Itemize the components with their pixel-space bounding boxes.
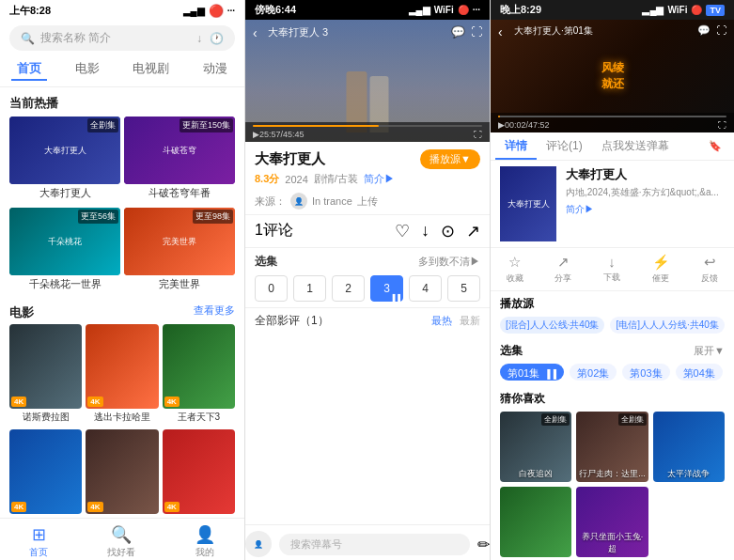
more-movies-link[interactable]: 查看更多	[194, 303, 235, 318]
intro-btn[interactable]: 简介▶	[364, 172, 395, 186]
bottom-nav-discover[interactable]: 🔍 找好看	[107, 524, 135, 559]
hot-badge-2: 更新至150集	[180, 118, 233, 132]
rec-4[interactable]	[500, 487, 571, 557]
ep-btn-5[interactable]: 5	[447, 275, 480, 302]
4k-badge-3: 4K	[164, 397, 180, 407]
movie-card-2[interactable]: 4K	[86, 324, 158, 409]
rec-2[interactable]: 全剧集 行尸走肉：达里...	[576, 412, 648, 482]
tab-reviews[interactable]: 评论(1)	[537, 132, 592, 160]
movie-card-5[interactable]: 4K	[86, 429, 158, 514]
history-icon[interactable]: 🕐	[210, 32, 224, 45]
hot-thumb-2[interactable]: 斗破苍穹 更新至150集	[124, 117, 235, 184]
rec-3[interactable]: 太平洋战争	[653, 412, 725, 482]
ep-btn-1[interactable]: 1	[293, 275, 326, 302]
progress-bar-2[interactable]	[253, 125, 482, 127]
bottom-nav-home[interactable]: ⊞ 首页	[29, 524, 48, 559]
back-btn-3[interactable]: ‹	[498, 24, 503, 39]
movie-item-4[interactable]: 4K	[9, 429, 82, 518]
movie-card-1[interactable]: 4K	[9, 324, 82, 409]
p3-ep-04[interactable]: 第04集	[676, 364, 723, 381]
bookmark-btn[interactable]: 🔖	[701, 136, 729, 156]
sort-hot[interactable]: 最热	[431, 314, 452, 328]
p3-feedback-btn[interactable]: ↩ 反馈	[701, 254, 718, 285]
expand-2[interactable]: ⛶	[474, 130, 482, 139]
p3-hurry-btn[interactable]: ⚡ 催更	[652, 254, 670, 285]
hot-thumb-4[interactable]: 完美世界 更至98集	[124, 208, 235, 275]
play-source-btn[interactable]: 播放源▼	[420, 149, 480, 169]
review-count: 1评论	[255, 221, 293, 241]
ep-btn-2[interactable]: 2	[332, 275, 365, 302]
ep-btn-3[interactable]: 3 ▐▐	[370, 275, 403, 302]
p3-ep-03[interactable]: 第03集	[622, 364, 669, 381]
movie-card-6[interactable]: 4K	[163, 429, 235, 514]
ep-btn-4[interactable]: 4	[409, 275, 442, 302]
movie-title-1: 诺斯费拉图	[9, 409, 82, 426]
hot-item-2[interactable]: 斗破苍穹 更新至150集 斗破苍穹年番	[124, 117, 235, 204]
movie-card-4[interactable]: 4K	[9, 429, 82, 514]
video-controls-2: ▶ 25:57 / 45:45 ⛶	[245, 122, 490, 142]
movie-item-5[interactable]: 4K	[86, 429, 158, 518]
uploader-name[interactable]: In trance	[312, 195, 352, 207]
p3-ep-02[interactable]: 第02集	[570, 364, 617, 381]
send-danmaku-btn[interactable]: ✏	[477, 536, 490, 553]
bottom-nav-profile[interactable]: 👤 我的	[195, 524, 215, 559]
movie-card-3[interactable]: 4K	[163, 324, 235, 409]
tab-detail[interactable]: 详情	[495, 132, 537, 160]
play-pause-2[interactable]: ▶	[253, 130, 259, 139]
tab-tv[interactable]: 电视剧	[127, 58, 175, 81]
hot-title-3: 千朵桃花一世界	[9, 275, 120, 295]
source-2[interactable]: [电信]人人人分线·共40集	[610, 317, 724, 334]
p3-share-btn[interactable]: ↗ 分享	[554, 254, 571, 285]
p3-brief-btn[interactable]: 简介▶	[566, 204, 594, 214]
ctrl-row-2: ▶ 25:57 / 45:45 ⛶	[253, 130, 482, 139]
fullscreen-icon[interactable]: ⛶	[471, 25, 482, 39]
video-player-3[interactable]: 风绫就还 ‹ 大奉打更人·第01集 💬 ⛶ ▶ 00:02 / 47:52 ⛶	[491, 20, 734, 132]
ep-btn-0[interactable]: 0	[255, 275, 288, 302]
download-icon[interactable]: ↓	[196, 32, 202, 45]
share-btn[interactable]: ↗	[466, 221, 480, 241]
hot-thumb-3[interactable]: 千朵桃花 更至56集	[9, 208, 120, 275]
feedback-icon: ↩	[704, 254, 716, 271]
rec-1[interactable]: 全剧集 白夜追凶	[500, 412, 571, 482]
tab-anime[interactable]: 动漫	[197, 58, 233, 81]
p3-download-btn[interactable]: ↓ 下载	[603, 254, 620, 285]
source-1[interactable]: [混合]人人公线·共40集	[500, 317, 604, 334]
all-reviews-label[interactable]: 全部影评（1）	[255, 313, 329, 329]
p3-source-title: 播放源	[500, 296, 725, 312]
hot-item-1[interactable]: 大奉打更人 全剧集 大奉打更人	[9, 117, 120, 204]
tab-danmaku[interactable]: 点我发送弹幕	[592, 132, 679, 160]
hot-item-4[interactable]: 完美世界 更至98集 完美世界	[124, 208, 235, 295]
download-btn[interactable]: ↓	[421, 221, 429, 241]
hot-item-3[interactable]: 千朵桃花 更至56集 千朵桃花一世界	[9, 208, 120, 295]
fullscreen-icon-3[interactable]: ⛶	[716, 24, 726, 37]
like-btn[interactable]: ♡	[395, 221, 410, 241]
p3-source-links: [混合]人人公线·共40集 [电信]人人人分线·共40集	[500, 317, 725, 334]
p3-favorite-btn[interactable]: ☆ 收藏	[507, 254, 523, 285]
movie-item-1[interactable]: 4K 诺斯费拉图	[9, 324, 82, 426]
movie-item-2[interactable]: 4K 逃出卡拉哈里	[86, 324, 158, 426]
danmaku-input[interactable]: 搜索弹幕号	[279, 534, 470, 555]
help-btn[interactable]: ⊙	[441, 221, 455, 241]
movie-item-3[interactable]: 4K 王者天下3	[163, 324, 235, 426]
current-time-2: 25:57	[259, 130, 281, 139]
search-bar-1[interactable]: 🔍 搜索名称 简介 ↓ 🕐	[9, 25, 235, 51]
movie-item-6[interactable]: 4K	[163, 429, 235, 518]
p3-ep-01[interactable]: 第01集 ▐▐	[500, 364, 564, 381]
danmaku-icon-3[interactable]: 💬	[697, 24, 711, 37]
feedback-label: 反馈	[701, 272, 718, 285]
sort-new[interactable]: 最新	[460, 314, 480, 328]
ep-more[interactable]: 多到数不清▶	[418, 255, 480, 269]
tab-movies[interactable]: 电影	[70, 58, 105, 81]
rec-5[interactable]: 养只坐面小玉兔·超	[576, 487, 648, 557]
play-pause-3[interactable]: ▶	[498, 120, 505, 130]
video-player-2[interactable]: ‹ 大奉打更人 3 💬 ⛶ ▶ 25:57 / 45:45 ⛶	[245, 20, 490, 142]
p3-progress-bar[interactable]	[498, 116, 726, 117]
p3-expand-btn[interactable]: 展开▼	[694, 344, 725, 358]
expand-3[interactable]: ⛶	[718, 120, 726, 130]
tab-home[interactable]: 首页	[11, 58, 47, 81]
hot-title-1: 大奉打更人	[9, 184, 120, 204]
back-btn-2[interactable]: ‹	[253, 25, 258, 40]
hot-thumb-1[interactable]: 大奉打更人 全剧集	[9, 117, 120, 184]
danmaku-icon[interactable]: 💬	[451, 25, 465, 39]
rec-label-1: 白夜追凶	[500, 468, 571, 480]
